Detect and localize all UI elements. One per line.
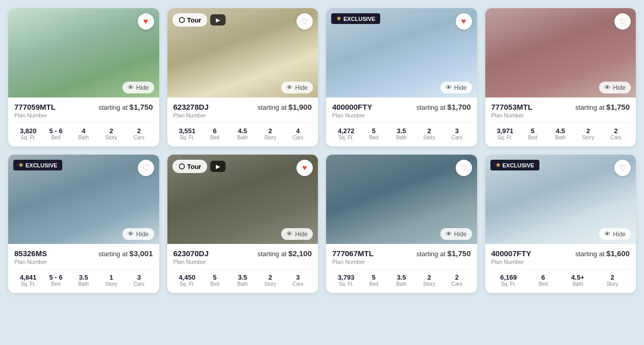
hide-button[interactable]: 👁Hide bbox=[440, 82, 472, 93]
card-image: ♡👁Hide bbox=[485, 8, 636, 97]
plan-label: Plan Number bbox=[491, 259, 630, 265]
video-button[interactable]: ▶ bbox=[210, 14, 226, 26]
stat-value: 3.5 bbox=[397, 127, 406, 135]
play-icon: ▶ bbox=[216, 163, 220, 170]
eye-icon: 👁 bbox=[445, 84, 452, 91]
hide-label: Hide bbox=[613, 231, 626, 238]
stat-label: Bath bbox=[78, 135, 89, 140]
price-prefix: starting at bbox=[257, 250, 288, 258]
price-value: $1,700 bbox=[448, 103, 471, 111]
stat-label: Cars bbox=[292, 281, 303, 287]
heart-icon: ♡ bbox=[460, 163, 467, 173]
stat-value: 2 bbox=[109, 127, 113, 135]
stat-value: 3 bbox=[455, 127, 459, 135]
plan-id: 777059MTL bbox=[14, 103, 56, 111]
stat-label: Sq. Ft. bbox=[338, 135, 353, 140]
price-prefix: starting at bbox=[575, 104, 606, 111]
card-header: 85326MSstarting at $3,001 bbox=[14, 249, 153, 258]
stats-row: 3,793Sq. Ft.5Bed3.5Bath2Story2Cars bbox=[332, 274, 471, 287]
stats-row: 3,971Sq. Ft.5Bed4.5Bath2Story2Cars bbox=[491, 127, 630, 140]
stat-4: 3Cars bbox=[125, 274, 153, 287]
plan-id: 623070DJ bbox=[174, 249, 209, 258]
price-value: $1,750 bbox=[130, 103, 153, 111]
stat-value: 5 bbox=[372, 274, 376, 281]
stat-value: 3.5 bbox=[238, 274, 247, 281]
hide-label: Hide bbox=[295, 231, 308, 238]
card-body: 777067MTLstarting at $1,750Plan Number3,… bbox=[326, 244, 477, 293]
plan-label: Plan Number bbox=[174, 112, 312, 118]
property-card-1: ♥👁Hide777059MTLstarting at $1,750Plan Nu… bbox=[8, 8, 159, 146]
hide-button[interactable]: 👁Hide bbox=[281, 228, 313, 240]
star-icon: ★ bbox=[336, 15, 341, 22]
stat-value: 2 bbox=[427, 274, 431, 281]
stat-label: Story bbox=[423, 281, 435, 287]
heart-icon: ♡ bbox=[142, 163, 150, 173]
stat-value: 4.5 bbox=[556, 127, 565, 135]
stat-label: Bed bbox=[538, 281, 548, 287]
card-body: 400000FTYstarting at $1,700Plan Number4,… bbox=[326, 97, 477, 146]
favorite-button[interactable]: ♡ bbox=[614, 160, 631, 176]
favorite-button[interactable]: ♥ bbox=[296, 160, 313, 176]
divider bbox=[174, 122, 312, 123]
property-card-2: ⬡Tour▶♡👁Hide623278DJstarting at $1,900Pl… bbox=[167, 8, 318, 146]
divider bbox=[491, 122, 630, 123]
stat-value: 5 - 6 bbox=[49, 274, 62, 281]
stat-label: Cars bbox=[452, 281, 462, 287]
stat-value: 6 bbox=[213, 127, 216, 135]
price-value: $1,900 bbox=[288, 103, 312, 111]
hide-button[interactable]: 👁Hide bbox=[122, 228, 154, 240]
favorite-button[interactable]: ♡ bbox=[138, 160, 154, 176]
price-value: $2,100 bbox=[288, 249, 312, 258]
price-prefix: starting at bbox=[98, 104, 130, 111]
favorite-button[interactable]: ♡ bbox=[614, 13, 631, 30]
stat-value: 3,793 bbox=[338, 274, 355, 281]
stat-3: 2Story bbox=[256, 274, 284, 287]
price-value: $1,750 bbox=[606, 103, 630, 111]
stat-label: Story bbox=[423, 135, 435, 140]
stat-label: Story bbox=[606, 281, 618, 287]
plan-label: Plan Number bbox=[14, 112, 153, 118]
favorite-button[interactable]: ♥ bbox=[138, 13, 154, 30]
property-card-6: ⬡Tour▶♥👁Hide623070DJstarting at $2,100Pl… bbox=[167, 155, 318, 293]
card-image: ★EXCLUSIVE♥👁Hide bbox=[326, 8, 477, 97]
card-body: 777059MTLstarting at $1,750Plan Number3,… bbox=[8, 97, 159, 146]
video-button[interactable]: ▶ bbox=[210, 161, 226, 172]
stat-value: 5 bbox=[213, 274, 216, 281]
hide-button[interactable]: 👁Hide bbox=[599, 228, 631, 240]
price-prefix: starting at bbox=[98, 250, 130, 258]
hide-button[interactable]: 👁Hide bbox=[122, 82, 154, 93]
stat-value: 2 bbox=[614, 127, 617, 135]
hide-button[interactable]: 👁Hide bbox=[599, 82, 631, 93]
stat-label: Bed bbox=[369, 135, 379, 140]
tour-button[interactable]: ⬡Tour bbox=[172, 160, 208, 173]
stat-value: 3 bbox=[296, 274, 300, 281]
stat-label: Story bbox=[264, 281, 276, 287]
stat-0: 6,169Sq. Ft. bbox=[491, 274, 526, 287]
favorite-button[interactable]: ♥ bbox=[456, 13, 472, 30]
stat-1: 5 - 6Bed bbox=[42, 274, 69, 287]
plan-id: 400000FTY bbox=[332, 103, 372, 111]
card-header: 777053MTLstarting at $1,750 bbox=[491, 103, 630, 111]
stat-3: 2Story bbox=[97, 127, 125, 140]
hide-button[interactable]: 👁Hide bbox=[281, 82, 313, 93]
favorite-button[interactable]: ♡ bbox=[456, 160, 472, 176]
stat-label: Bed bbox=[528, 135, 537, 140]
eye-icon: 👁 bbox=[604, 230, 611, 238]
eye-icon: 👁 bbox=[604, 84, 611, 91]
property-card-5: ★EXCLUSIVE♡👁Hide85326MSstarting at $3,00… bbox=[8, 155, 159, 293]
stat-value: 4 bbox=[296, 127, 300, 135]
stat-value: 4,841 bbox=[20, 274, 37, 281]
heart-icon: ♥ bbox=[461, 17, 466, 26]
price-label: starting at $1,750 bbox=[575, 103, 630, 111]
property-card-4: ♡👁Hide777053MTLstarting at $1,750Plan Nu… bbox=[485, 8, 636, 146]
tour-label: Tour bbox=[187, 16, 202, 24]
tour-button[interactable]: ⬡Tour bbox=[172, 13, 208, 27]
stat-label: Sq. Ft. bbox=[180, 135, 194, 140]
cube-icon: ⬡ bbox=[179, 16, 185, 24]
stat-value: 5 bbox=[372, 127, 376, 135]
plan-label: Plan Number bbox=[14, 259, 153, 265]
stat-label: Bed bbox=[369, 281, 379, 287]
hide-button[interactable]: 👁Hide bbox=[440, 228, 472, 240]
stat-value: 3,551 bbox=[179, 127, 195, 135]
favorite-button[interactable]: ♡ bbox=[296, 13, 313, 30]
